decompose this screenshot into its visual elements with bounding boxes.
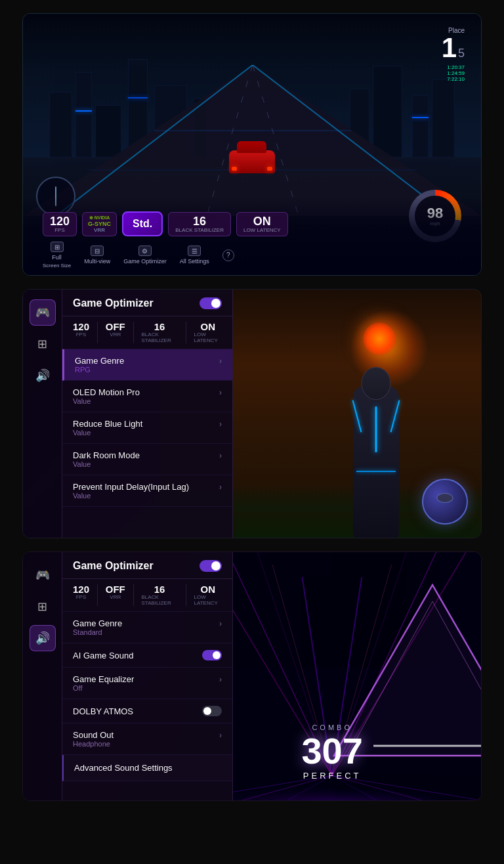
menu-item-game-genre-p3[interactable]: Game Genre › Standard [62, 612, 232, 643]
robot-sphere [422, 479, 468, 525]
stats-row-panel2: 120 FPS OFF VRR 16 Black Stabilizer ON L… [62, 316, 232, 349]
menu-item-dolby-atmos-p3[interactable]: DOLBY ATMOS [62, 699, 232, 724]
gsync-stat: ⊕ NVIDIA G-SYNC VRR [82, 212, 117, 236]
fps-stat-p3: 120 FPS [73, 584, 89, 606]
menu-header-panel2: Game Optimizer [62, 290, 232, 316]
menu-item-advanced-sound-p3[interactable]: Advanced Sound Settings [62, 755, 232, 781]
menu-item-reduce-blue-light-p2[interactable]: Reduce Blue Light › Value [62, 412, 232, 444]
panel-racing-game: 98 mph Place 1 5 1:20:37 1:24:59 7:22:10 [22, 13, 482, 276]
low-latency-stat-p3: ON Low Latency [194, 584, 222, 606]
fps-stat-p2: 120 FPS [73, 322, 89, 343]
racing-background: 98 mph Place 1 5 1:20:37 1:24:59 7:22:10 [23, 14, 481, 275]
vrr-stat-p3: OFF VRR [106, 584, 125, 606]
sound-optimizer-menu: Game Optimizer 120 FPS OFF VRR 16 Black … [62, 552, 233, 800]
help-action[interactable]: ? [222, 249, 234, 261]
low-latency-stat-p2: ON Low Latency [194, 322, 222, 343]
racing-car [229, 150, 275, 173]
stats-row-panel3: 120 FPS OFF VRR 16 Black Stabilizer ON L… [62, 579, 232, 612]
menu-header-panel3: Game Optimizer [62, 552, 232, 579]
low-latency-stat: ON Low Latency [236, 212, 288, 236]
optimizer-toggle-panel3[interactable] [200, 560, 222, 572]
sidebar-icons-panel2: 🎮 ⊞ 🔊 [23, 290, 62, 538]
menu-item-game-genre-p2[interactable]: Game Genre › RPG [62, 349, 232, 381]
game-optimizer-action[interactable]: ⚙ Game Optimizer [123, 246, 167, 265]
dolby-atmos-toggle[interactable] [202, 706, 222, 716]
menu-item-game-equalizer-p3[interactable]: Game Equalizer › Off [62, 668, 232, 699]
game-optimizer-menu-panel2: Game Optimizer 120 FPS OFF VRR 16 Black … [62, 290, 233, 538]
panel-game-optimizer-sound: COMBO 307 PERFECT 🎮 ⊞ 🔊 Game Optimizer 1… [22, 551, 482, 801]
sidebar-icons-panel3: 🎮 ⊞ 🔊 [23, 552, 62, 800]
hud-overlay: 120 FPS ⊕ NVIDIA G-SYNC VRR Std. [23, 196, 481, 275]
menu-item-dark-room-mode-p2[interactable]: Dark Room Mode › Value [62, 444, 232, 475]
character-silhouette [324, 341, 429, 538]
sidebar-icon-gamepad[interactable]: 🎮 [30, 299, 56, 326]
sidebar-icon-gamepad-p3[interactable]: 🎮 [30, 562, 56, 588]
sidebar-icon-speaker[interactable]: 🔊 [30, 362, 56, 389]
fps-stat: 120 FPS [43, 212, 77, 236]
menu-item-ai-game-sound-p3[interactable]: AI Game Sound [62, 643, 232, 668]
sidebar-icon-grid-p3[interactable]: ⊞ [30, 594, 56, 620]
vrr-stat-p2: OFF VRR [106, 322, 125, 343]
menu-item-sound-out-p3[interactable]: Sound Out › Headphone [62, 724, 232, 755]
black-stabilizer-stat: 16 Black Stabilizer [168, 212, 231, 236]
menu-item-input-lag-p2[interactable]: Prevent Input Delay(Input Lag) › Value [62, 475, 232, 507]
hud-actions: ⊞ Full Screen Size ⊟ Multi-view ⚙ Game O… [43, 242, 461, 269]
screen-size-action[interactable]: ⊞ Full Screen Size [43, 242, 71, 269]
race-position: Place 1 5 1:20:37 1:24:59 7:22:10 [442, 27, 465, 82]
menu-item-oled-motion-p2[interactable]: OLED Motion Pro › Value [62, 381, 232, 412]
black-stab-stat-p3: 16 Black Stabilizer [142, 584, 178, 606]
panel-game-optimizer-visual: 🎮 ⊞ 🔊 Game Optimizer 120 FPS OFF VRR [22, 289, 482, 538]
multi-view-action[interactable]: ⊟ Multi-view [84, 246, 110, 265]
mode-badge: Std. [122, 211, 163, 236]
sidebar-icon-grid[interactable]: ⊞ [30, 331, 56, 357]
black-stab-stat-p2: 16 Black Stabilizer [142, 322, 178, 343]
ai-game-sound-toggle[interactable] [202, 650, 222, 660]
combo-display: COMBO 307 PERFECT [301, 724, 362, 781]
optimizer-toggle-panel2[interactable] [200, 297, 222, 309]
all-settings-action[interactable]: ☰ All Settings [180, 246, 209, 265]
sidebar-icon-speaker-p3[interactable]: 🔊 [30, 625, 56, 651]
hud-stats: 120 FPS ⊕ NVIDIA G-SYNC VRR Std. [43, 211, 461, 236]
